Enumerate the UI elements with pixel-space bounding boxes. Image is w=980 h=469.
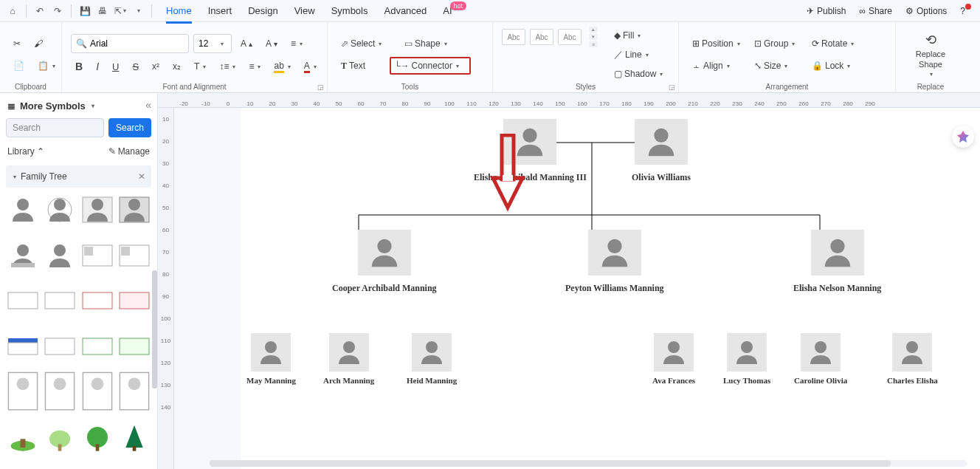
page[interactable]: Elisha Archibald Manning III Olivia Will…: [241, 108, 980, 469]
font-color-button[interactable]: A▾: [300, 58, 321, 75]
tree-node[interactable]: May Manning: [246, 333, 296, 385]
strike-button[interactable]: S: [128, 58, 143, 75]
tree-node[interactable]: Caroline Olivia: [794, 333, 847, 385]
symbol-item[interactable]: [82, 196, 113, 223]
symbol-item[interactable]: [119, 378, 150, 405]
horizontal-scrollbar[interactable]: [210, 460, 967, 467]
select-tool-button[interactable]: ⬀Select▾: [337, 35, 396, 52]
replace-shape-button[interactable]: ⟲ Replace Shape ▾: [911, 32, 950, 77]
size-button[interactable]: ⤡Size▾: [750, 57, 803, 75]
symbol-item[interactable]: [82, 333, 113, 360]
line-button[interactable]: ／Line▾: [610, 46, 667, 64]
symbol-item[interactable]: [44, 196, 75, 223]
tree-node[interactable]: Peyton Williams Manning: [565, 230, 664, 294]
style-up-icon[interactable]: ▴: [589, 27, 598, 32]
symbol-item[interactable]: [119, 196, 150, 223]
symbol-item[interactable]: [119, 287, 150, 314]
symbol-item[interactable]: [82, 242, 113, 269]
format-painter-button[interactable]: 🖌: [30, 35, 47, 52]
lock-button[interactable]: 🔒Lock▾: [807, 57, 860, 75]
symbol-item[interactable]: [44, 424, 75, 451]
symbol-item[interactable]: [82, 378, 113, 405]
tab-advanced[interactable]: Advanced: [384, 1, 427, 20]
symbol-item[interactable]: [7, 378, 38, 405]
assistant-badge[interactable]: [952, 126, 974, 148]
increase-font-button[interactable]: A▴: [236, 35, 257, 52]
align-arr-button[interactable]: ⫠Align▾: [688, 57, 745, 75]
tab-view[interactable]: View: [294, 1, 315, 20]
font-size-select[interactable]: ▾: [193, 34, 232, 53]
style-more-icon[interactable]: ≡: [589, 41, 598, 47]
tree-node[interactable]: Ava Frances: [652, 333, 695, 385]
home-icon[interactable]: ⌂: [6, 4, 19, 18]
symbol-item[interactable]: [119, 333, 150, 360]
symbol-item[interactable]: [7, 333, 38, 360]
line-spacing-button[interactable]: ↕≡▾: [215, 58, 240, 75]
publish-button[interactable]: ✈Publish: [807, 6, 846, 16]
category-header[interactable]: ▾ Family Tree ✕: [6, 165, 151, 188]
save-icon[interactable]: 💾: [78, 4, 92, 18]
symbol-item[interactable]: [119, 424, 150, 451]
symbol-search-button[interactable]: Search: [108, 118, 151, 137]
symbol-item[interactable]: [82, 424, 113, 451]
dialog-launcher-icon[interactable]: ◲: [317, 83, 324, 91]
export-icon[interactable]: ⇱▾: [114, 4, 127, 18]
manage-link[interactable]: ✎Manage: [108, 146, 150, 157]
symbol-item[interactable]: [44, 333, 75, 360]
highlight-button[interactable]: ab▾: [269, 58, 294, 75]
underline-button[interactable]: U: [108, 58, 123, 75]
italic-button[interactable]: I: [92, 58, 103, 75]
symbol-item[interactable]: [44, 287, 75, 314]
subscript-button[interactable]: x₂: [168, 58, 185, 75]
style-preset[interactable]: Abc: [558, 29, 582, 45]
options-button[interactable]: ⚙Options: [905, 6, 947, 16]
tree-node[interactable]: Arch Manning: [323, 333, 374, 385]
close-category-icon[interactable]: ✕: [138, 171, 145, 182]
tree-node[interactable]: Olivia Williams: [632, 119, 691, 183]
symbol-item[interactable]: [7, 242, 38, 269]
tab-design[interactable]: Design: [248, 1, 277, 20]
symbol-item[interactable]: [7, 196, 38, 223]
fill-button[interactable]: ◆Fill▾: [610, 27, 667, 44]
superscript-button[interactable]: x²: [148, 58, 164, 75]
symbol-item[interactable]: [119, 242, 150, 269]
decrease-font-button[interactable]: A▾: [261, 35, 282, 52]
symbol-search-input[interactable]: Search: [6, 118, 104, 137]
style-preset[interactable]: Abc: [502, 29, 525, 45]
tab-symbols[interactable]: Symbols: [331, 1, 368, 20]
tree-node[interactable]: Heid Manning: [407, 333, 457, 385]
symbol-item[interactable]: [44, 378, 75, 405]
canvas-viewport[interactable]: Elisha Archibald Manning III Olivia Will…: [174, 108, 980, 469]
tab-ai[interactable]: AIhot: [443, 1, 469, 20]
redo-icon[interactable]: ↷: [51, 4, 64, 18]
sidebar-scrollbar[interactable]: [152, 270, 157, 388]
symbol-item[interactable]: [82, 287, 113, 314]
help-button[interactable]: ?: [960, 6, 974, 16]
position-button[interactable]: ⊞Position▾: [688, 35, 745, 52]
collapse-sidebar-icon[interactable]: «: [145, 99, 151, 111]
font-family-select[interactable]: 🔍 ▾: [71, 34, 189, 53]
undo-icon[interactable]: ↶: [33, 4, 46, 18]
bold-button[interactable]: B: [71, 58, 87, 75]
library-link[interactable]: Library ⌃: [7, 146, 44, 157]
symbol-item[interactable]: [7, 287, 38, 314]
shape-tool-button[interactable]: ▭Shape▾: [400, 35, 459, 52]
print-icon[interactable]: 🖶: [96, 4, 109, 18]
tab-insert[interactable]: Insert: [208, 1, 232, 20]
shadow-button[interactable]: ▢Shadow▾: [610, 65, 667, 83]
group-button[interactable]: ⊡Group▾: [750, 35, 803, 52]
tab-home[interactable]: Home: [166, 1, 192, 20]
style-down-icon[interactable]: ▾: [589, 34, 598, 40]
style-preset[interactable]: Abc: [530, 29, 553, 45]
case-button[interactable]: T▾: [190, 58, 210, 75]
rotate-button[interactable]: ⟳Rotate▾: [807, 35, 860, 52]
bullet-list-button[interactable]: ≡▾: [244, 58, 265, 75]
more-icon[interactable]: ▾: [131, 4, 145, 18]
cut-button[interactable]: ✂: [9, 35, 25, 52]
tree-node[interactable]: Charles Elisha: [887, 333, 938, 385]
paste-button[interactable]: 📋▾: [33, 57, 60, 75]
connector-tool-button[interactable]: └→Connector▾: [390, 57, 471, 75]
tree-node[interactable]: Elisha Nelson Manning: [793, 230, 881, 294]
dialog-launcher-icon[interactable]: ◲: [669, 83, 675, 91]
symbol-item[interactable]: [44, 242, 75, 269]
